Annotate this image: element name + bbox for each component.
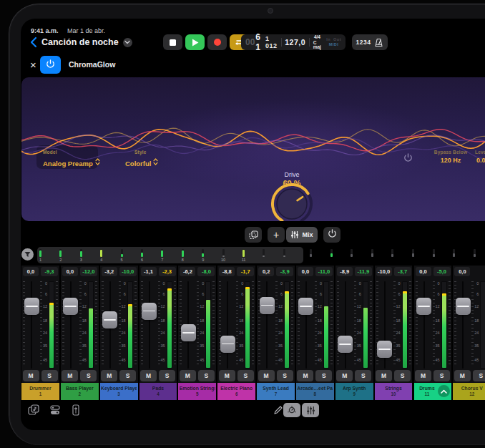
track-name-plate[interactable]: Pads4 xyxy=(139,383,177,400)
stop-button[interactable] xyxy=(163,34,182,50)
mute-button[interactable]: M xyxy=(101,370,117,381)
song-title-menu[interactable]: Canción de noche xyxy=(41,37,132,47)
solo-button[interactable]: S xyxy=(237,370,254,381)
peak-readout[interactable]: -10,0 xyxy=(119,267,137,276)
volume-readout[interactable]: -8,8 xyxy=(219,267,235,276)
mute-button[interactable]: M xyxy=(454,370,471,381)
mixer-button[interactable] xyxy=(302,403,319,417)
mixer-power-button[interactable] xyxy=(323,227,341,243)
volume-readout[interactable]: 0,0 xyxy=(62,267,78,276)
volume-readout[interactable]: -6,2 xyxy=(180,267,195,276)
solo-button[interactable]: S xyxy=(80,370,97,381)
mute-button[interactable]: M xyxy=(62,370,78,381)
track-name-plate[interactable]: Strings10 xyxy=(375,383,413,400)
solo-button[interactable]: S xyxy=(433,370,450,381)
solo-button[interactable]: S xyxy=(315,370,332,381)
channel-strip-icon[interactable] xyxy=(69,404,82,417)
copy-plugin-button[interactable] xyxy=(245,227,262,243)
lcd-display[interactable]: 00 6 1 1 012 127,0 4/4 C maj In Out MIDI xyxy=(241,34,346,50)
fader-handle[interactable] xyxy=(416,298,431,315)
track-name-plate[interactable]: Chorus V12 xyxy=(453,383,485,400)
stepper-chevrons-icon[interactable] xyxy=(95,158,100,165)
mix-view-button[interactable]: Mix xyxy=(286,227,318,243)
style-value-row[interactable]: Colorful xyxy=(125,156,158,169)
mute-button[interactable]: M xyxy=(219,370,235,381)
close-plugin-icon[interactable]: × xyxy=(30,59,36,71)
metronome-icon[interactable] xyxy=(374,38,383,47)
volume-readout[interactable]: 0,0 xyxy=(298,267,313,276)
fader-handle[interactable] xyxy=(102,311,117,328)
peak-readout[interactable]: -12,0 xyxy=(80,267,97,276)
automation-button[interactable] xyxy=(283,403,300,417)
fader-handle[interactable] xyxy=(220,336,235,353)
track-name-plate[interactable]: Synth Lead7 xyxy=(257,383,295,400)
solo-button[interactable]: S xyxy=(41,370,58,381)
fader-handle[interactable] xyxy=(181,324,196,341)
channel-strip-pads[interactable]: -1,1-2,3061218243545MSPads4 xyxy=(139,266,177,400)
channel-strip-arcade-eet-pad[interactable]: 0,0-11,0061218243545MSArcade…eet Pad8 xyxy=(296,266,334,400)
back-chevron-icon[interactable] xyxy=(30,36,37,48)
peak-readout[interactable]: -5,0 xyxy=(433,267,451,276)
solo-button[interactable]: S xyxy=(355,370,371,381)
channel-strip-arp-synth[interactable]: -8,9-11,9061218243545MSArp Synth9 xyxy=(335,266,373,400)
volume-readout[interactable]: -1,1 xyxy=(141,267,157,276)
tracks-overview-strip[interactable]: 1234567891011 xyxy=(21,247,485,264)
channel-strip-strings[interactable]: -10,0-3,7061218243545MSStrings10 xyxy=(375,266,413,400)
play-button[interactable] xyxy=(185,34,205,50)
solo-button[interactable]: S xyxy=(198,370,215,381)
mute-button[interactable]: M xyxy=(336,370,353,381)
channel-strip-electric-piano[interactable]: -8,8-1,7061218243545MSElectric Piano6 xyxy=(217,266,255,400)
mute-button[interactable]: M xyxy=(180,370,196,381)
volume-readout[interactable]: 0,0 xyxy=(454,267,470,276)
channel-strip-keyboard-player[interactable]: -3,2-10,0061218243545MSKeyboard Player3 xyxy=(100,266,138,400)
fader-handle[interactable] xyxy=(260,297,275,314)
peak-readout[interactable]: -2,3 xyxy=(159,267,176,276)
fader-handle[interactable] xyxy=(298,298,313,315)
volume-readout[interactable]: -3,2 xyxy=(102,267,117,276)
fader-handle[interactable] xyxy=(377,341,392,358)
mute-button[interactable]: M xyxy=(376,370,392,381)
fader-handle[interactable] xyxy=(338,336,353,353)
peak-readout[interactable]: -11,9 xyxy=(355,267,372,276)
solo-button[interactable]: S xyxy=(119,370,136,381)
track-name-plate[interactable]: Drummer1 xyxy=(21,383,59,400)
mute-button[interactable]: M xyxy=(258,370,275,381)
level-value[interactable]: 0.0 xyxy=(476,157,485,164)
volume-readout[interactable]: -8,9 xyxy=(337,267,353,276)
bypass-below-value[interactable]: 120 Hz xyxy=(422,157,479,164)
record-button[interactable] xyxy=(207,34,227,50)
solo-button[interactable]: S xyxy=(159,370,175,381)
drive-knob[interactable] xyxy=(266,178,318,221)
peak-readout[interactable]: -8,0 xyxy=(197,267,215,276)
volume-readout[interactable]: 0,2 xyxy=(258,267,274,276)
track-name-plate[interactable]: Keyboard Player3 xyxy=(100,383,138,400)
plugins-browser-icon[interactable] xyxy=(49,404,62,417)
volume-readout[interactable]: 0,0 xyxy=(23,267,39,276)
channel-strip-drummer[interactable]: 0,0-9,3061218243545MSDrummer1 xyxy=(21,266,59,400)
bypass-power-icon[interactable] xyxy=(403,152,413,165)
collapse-strip-button[interactable] xyxy=(438,385,450,397)
track-name-plate[interactable]: Bass Player2 xyxy=(61,383,99,400)
mute-button[interactable]: M xyxy=(297,370,313,381)
volume-readout[interactable]: 0,0 xyxy=(416,267,431,276)
mute-button[interactable]: M xyxy=(140,370,157,381)
track-name-plate[interactable]: Electric Piano6 xyxy=(217,383,255,400)
channel-strip-emotion-strings[interactable]: -6,2-8,0061218243545MSEmotion Strings5 xyxy=(178,266,216,400)
peak-readout[interactable]: -1,7 xyxy=(237,267,254,276)
count-in-button[interactable]: 1234 xyxy=(356,39,371,46)
add-plugin-button[interactable]: + xyxy=(268,227,285,243)
channel-strip-chorus-v[interactable]: 0,0061218243545MSChorus V12 xyxy=(453,266,485,400)
fader-handle[interactable] xyxy=(456,298,471,315)
solo-button[interactable]: S xyxy=(473,370,485,381)
track-name-plate[interactable]: Emotion Strings5 xyxy=(178,383,216,400)
peak-readout[interactable]: -11,0 xyxy=(315,267,333,276)
peak-readout[interactable]: -9,3 xyxy=(41,267,58,276)
track-name-plate[interactable]: Drums11 xyxy=(414,383,452,400)
loop-browser-icon[interactable] xyxy=(27,404,40,417)
peak-readout[interactable]: -3,9 xyxy=(276,267,293,276)
track-name-plate[interactable]: Arp Synth9 xyxy=(335,383,373,400)
channel-strip-synth-lead[interactable]: 0,2-3,9061218243545MSSynth Lead7 xyxy=(257,266,295,400)
chevron-down-icon[interactable] xyxy=(123,38,132,47)
channel-strip-drums[interactable]: 0,0-5,0061218243545MSDrums11 xyxy=(414,266,452,400)
volume-readout[interactable]: -10,0 xyxy=(376,267,392,276)
